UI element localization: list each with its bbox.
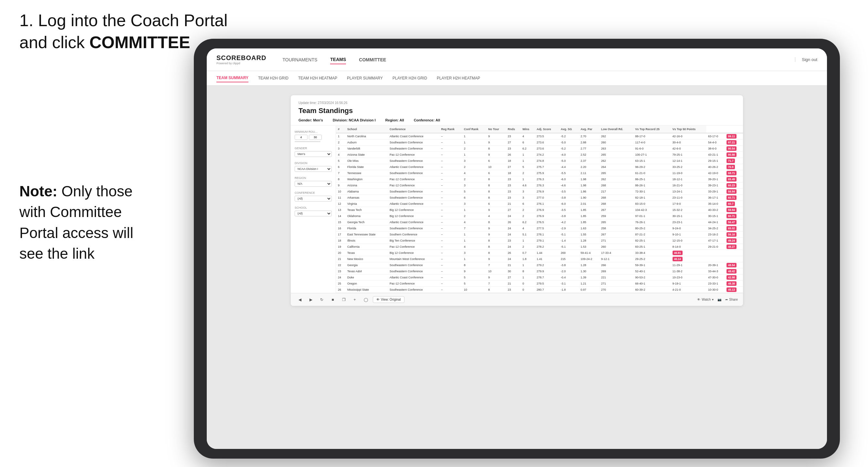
toolbar-crop-btn[interactable]: ■ <box>329 296 337 304</box>
region-select[interactable]: N/A <box>294 181 332 187</box>
watch-label: Watch <box>702 298 711 301</box>
min-rounds-slider[interactable] <box>294 141 320 142</box>
table-row: 3VanderbiltSoutheastern Conference–28236… <box>336 146 743 152</box>
col-avg-sg: Avg. SG <box>559 126 579 133</box>
table-row: 18IllinoisBig Ten Conference–18231279.1-… <box>336 238 743 244</box>
bottom-toolbar: ◀ ▶ ↻ ■ ❐ + ◯ 👁 View: Original 👁 Watch <box>291 293 743 306</box>
toolbar-right: 👁 Watch ▾ 📷 ➦ Share <box>697 298 738 301</box>
toolbar-add-btn[interactable]: + <box>351 296 359 304</box>
col-conf-rank: Conf Rank <box>462 126 486 133</box>
sub-nav-team-h2h-grid[interactable]: TEAM H2H GRID <box>258 74 288 82</box>
view-original-button[interactable]: 👁 View: Original <box>373 296 404 303</box>
sub-nav-team-summary[interactable]: TEAM SUMMARY <box>216 74 248 82</box>
points-badge: 60.71 <box>726 195 737 200</box>
points-badge: 48.54 <box>726 263 737 268</box>
nav-committee[interactable]: COMMITTEE <box>359 56 386 64</box>
filter-conference: Conference: All <box>414 118 440 122</box>
note-text: Note: Only those with Committee Portal a… <box>20 181 142 264</box>
sub-nav-team-h2h-heatmap[interactable]: TEAM H2H HEATMAP <box>298 74 337 82</box>
col-low-rd: Low Overall Rd. <box>599 126 633 133</box>
logo-subtitle: Powered by clippd <box>216 62 266 65</box>
col-rnds: Rnds <box>506 126 520 133</box>
table-row: 1North CarolinaAtlantic Coast Conference… <box>336 133 743 139</box>
nav-teams[interactable]: TEAMS <box>330 55 346 64</box>
filter-gender-value: Men's <box>313 118 323 122</box>
table-row: 23Texas A&MSoutheastern Conference–91030… <box>336 269 743 275</box>
conference-select[interactable]: (All) <box>294 196 332 201</box>
toolbar-refresh-btn[interactable]: ↻ <box>318 296 326 304</box>
school-select[interactable]: (All) <box>294 211 332 216</box>
watch-icon: 👁 <box>697 298 700 301</box>
points-badge: 59.94 <box>726 208 737 212</box>
filter-gender-label: Gender: <box>299 118 312 122</box>
sub-nav-player-h2h-grid[interactable]: PLAYER H2H GRID <box>393 74 427 82</box>
table-row: 26Mississippi StateSoutheastern Conferen… <box>336 287 743 293</box>
col-rank: # <box>336 126 345 133</box>
table-row: 17East Tennessee StateSouthern Conferenc… <box>336 231 743 238</box>
note-label: Note: <box>20 183 58 199</box>
sub-nav-player-h2h-heatmap[interactable]: PLAYER H2H HEATMAP <box>437 74 480 82</box>
points-badge: 48.27 <box>726 245 737 249</box>
col-reg-rank: Reg Rank <box>439 126 462 133</box>
scoreboard-panel: Update time: 27/03/2024 16:56:26 Team St… <box>291 95 743 306</box>
table-row: 4Arizona StatePac-12 Conference–19261274… <box>336 152 743 158</box>
share-button[interactable]: ➦ Share <box>725 298 738 301</box>
table-row: 9ArizonaPac-12 Conference–38234.6276.3-4… <box>336 183 743 189</box>
toolbar-back-btn[interactable]: ◀ <box>296 296 304 304</box>
points-badge: 68.71 <box>726 171 737 175</box>
filter-division-label: Division: <box>333 118 348 122</box>
logo-title: SCOREBOARD <box>216 54 266 62</box>
min-rounds-max-input[interactable] <box>309 135 322 140</box>
col-vs-top-25: Vs Top Record 25 <box>633 126 670 133</box>
points-badge: 42.98 <box>726 275 737 280</box>
points-badge: 70.9 <box>726 165 735 169</box>
watch-chevron: ▾ <box>712 298 714 301</box>
table-row: 11ArkansasSoutheastern Conference–682332… <box>336 195 743 201</box>
points-badge: 49.24 <box>726 238 737 243</box>
filter-gender: Gender: Men's <box>299 118 323 122</box>
table-row: 8WashingtonPac-12 Conference–28231276.3-… <box>336 176 743 183</box>
col-vs-top-50: Vs Top 50 Points <box>671 126 707 133</box>
tablet-screen: SCOREBOARD Powered by clippd TOURNAMENTS… <box>207 49 827 449</box>
filter-conference-value: All <box>435 118 440 122</box>
nav-bar: SCOREBOARD Powered by clippd TOURNAMENTS… <box>207 49 827 71</box>
col-conference: Conference <box>388 126 439 133</box>
sidebar-min-rounds: Minimum Rou... <box>294 130 332 142</box>
toolbar-forward-btn[interactable]: ▶ <box>307 296 315 304</box>
min-rounds-min-input[interactable] <box>294 135 308 140</box>
panel-body: Minimum Rou... Gender <box>291 126 743 293</box>
nav-tournaments[interactable]: TOURNAMENTS <box>282 56 317 64</box>
filter-conference-label: Conference: <box>414 118 434 122</box>
col-wins: Wins <box>520 126 535 133</box>
division-select[interactable]: NCAA Division I <box>294 166 332 172</box>
points-badge: 56.16 <box>726 232 737 237</box>
points-badge: 60.71 <box>726 214 737 218</box>
toolbar-copy-btn[interactable]: ❐ <box>340 296 348 304</box>
note-area: Note: Only those with Committee Portal a… <box>20 181 142 264</box>
points-badge: 56.47 <box>726 220 737 224</box>
points-badge: 71.7 <box>726 159 735 163</box>
points-badge: 56.94 <box>726 189 737 194</box>
toolbar-clock-btn[interactable]: ◯ <box>362 296 370 304</box>
main-content: Update time: 27/03/2024 16:56:26 Team St… <box>207 86 827 449</box>
filter-division: Division: NCAA Division I <box>333 118 376 122</box>
sign-out-link[interactable]: Sign out <box>795 57 817 62</box>
tablet-device: SCOREBOARD Powered by clippd TOURNAMENTS… <box>194 39 840 459</box>
table-row: 19CaliforniaPac-12 Conference–48242278.2… <box>336 244 743 250</box>
panel-title: Team Standings <box>299 106 735 115</box>
table-row: 13Texas TechBig 12 Conference–19272276.9… <box>336 207 743 213</box>
watch-button[interactable]: 👁 Watch ▾ <box>697 298 714 301</box>
filter-region: Region: All <box>385 118 404 122</box>
gender-select[interactable]: Men's <box>294 151 332 157</box>
screenshot-button[interactable]: 📷 <box>717 298 721 301</box>
sub-nav: TEAM SUMMARY TEAM H2H GRID TEAM H2H HEAT… <box>207 71 827 86</box>
sidebar-school: School (All) <box>294 206 332 216</box>
sidebar-region: Region N/A <box>294 176 332 187</box>
sub-nav-player-summary[interactable]: PLAYER SUMMARY <box>347 74 383 82</box>
points-badge: 60.7 <box>726 201 735 206</box>
panel-header: Update time: 27/03/2024 16:56:26 Team St… <box>291 95 743 126</box>
filter-division-value: NCAA Division I <box>349 118 376 122</box>
points-badge: 90.98 <box>726 152 737 157</box>
view-icon: 👁 <box>376 298 379 301</box>
table-row: 24DukeAtlantic Coast Conference–59271278… <box>336 275 743 281</box>
